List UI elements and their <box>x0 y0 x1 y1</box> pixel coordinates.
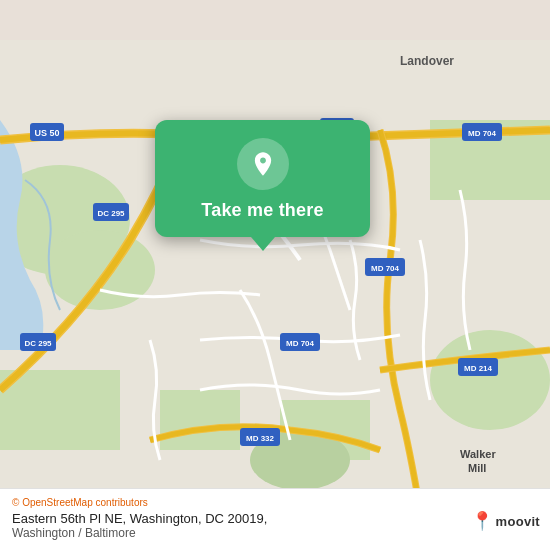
map-container: US 50 US 50 DC 295 DC 295 MD 704 MD 704 … <box>0 0 550 550</box>
svg-text:US 50: US 50 <box>34 128 59 138</box>
moovit-pin-icon: 📍 <box>471 510 493 532</box>
svg-text:Mill: Mill <box>468 462 486 474</box>
take-me-there-button[interactable]: Take me there <box>201 200 323 221</box>
svg-text:DC 295: DC 295 <box>97 209 125 218</box>
svg-text:MD 704: MD 704 <box>371 264 400 273</box>
svg-text:MD 704: MD 704 <box>286 339 315 348</box>
svg-text:MD 332: MD 332 <box>246 434 275 443</box>
address-text: Eastern 56th Pl NE, Washington, DC 20019… <box>12 511 538 526</box>
svg-point-4 <box>430 330 550 430</box>
popup-card: Take me there <box>155 120 370 237</box>
region-text: Washington / Baltimore <box>12 526 538 540</box>
svg-text:MD 214: MD 214 <box>464 364 493 373</box>
svg-rect-5 <box>0 370 120 450</box>
moovit-logo: 📍 moovit <box>471 510 540 532</box>
svg-text:DC 295: DC 295 <box>24 339 52 348</box>
osm-attribution: © OpenStreetMap contributors <box>12 497 538 508</box>
svg-text:Walker: Walker <box>460 448 496 460</box>
map-background: US 50 US 50 DC 295 DC 295 MD 704 MD 704 … <box>0 0 550 550</box>
location-icon-wrap <box>237 138 289 190</box>
svg-text:Landover: Landover <box>400 54 454 68</box>
svg-rect-6 <box>160 390 240 450</box>
location-pin-icon <box>249 150 277 178</box>
bottom-bar: © OpenStreetMap contributors Eastern 56t… <box>0 488 550 550</box>
svg-text:MD 704: MD 704 <box>468 129 497 138</box>
svg-point-2 <box>45 230 155 310</box>
moovit-brand-text: moovit <box>496 514 540 529</box>
